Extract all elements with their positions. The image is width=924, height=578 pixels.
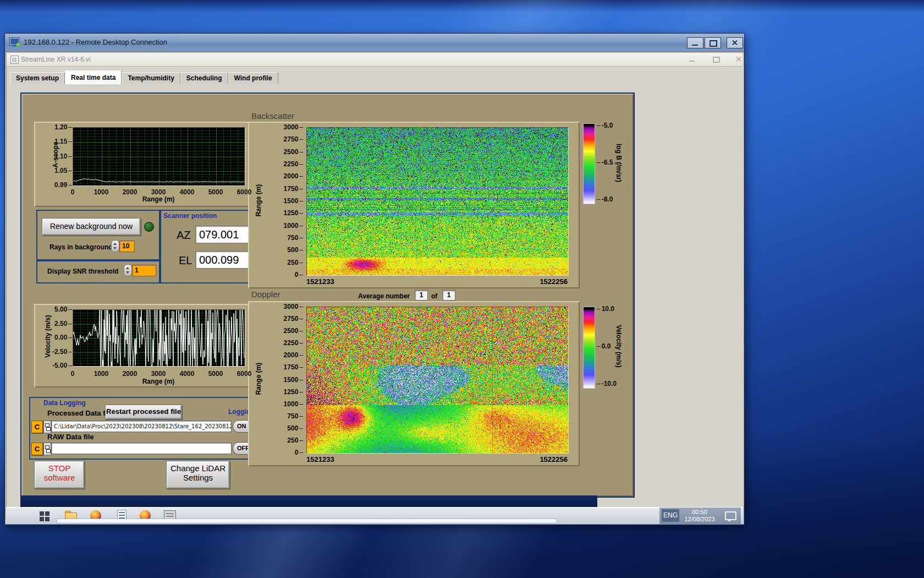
tick-label: 1.20: [46, 123, 72, 131]
language-indicator[interactable]: ENG: [662, 509, 679, 522]
tick-label: 1.05: [46, 167, 72, 175]
processed-drive-box[interactable]: C: [31, 421, 43, 433]
tick-label: 5000: [204, 370, 228, 378]
ascope-plot: [73, 127, 245, 186]
tick-label: 1000: [89, 370, 113, 378]
tick-label: 5000: [204, 188, 228, 196]
data-logging-box: Data Logging Processed Data file Restart…: [29, 397, 263, 460]
tick-label: 500: [276, 424, 303, 432]
backscatter-ylabel: Range (m): [255, 162, 262, 239]
tick-label: 0: [61, 188, 85, 196]
rays-label: Rays in background: [50, 243, 113, 251]
backscatter-xtick-right: 1522256: [513, 277, 568, 286]
tick-label: 750: [276, 412, 303, 420]
el-label: EL: [179, 254, 192, 267]
off-label: OFF: [237, 445, 249, 451]
tab-temp-humidity[interactable]: Temp/humidity: [122, 72, 180, 84]
clock-date: 12/08/2023: [681, 516, 718, 523]
tick-label: 2750: [276, 315, 303, 323]
raw-drive-box[interactable]: C: [31, 443, 43, 455]
processed-path-field[interactable]: C:\Lidar\Data\Proc\2023\202308\20230812\…: [51, 421, 232, 432]
processed-browse-icon[interactable]: [43, 421, 51, 433]
doppler-xtick-left: 1521233: [306, 455, 334, 464]
tick-label: 6000: [232, 188, 256, 196]
renew-background-button[interactable]: Renew background now: [42, 218, 141, 236]
rdp-titlebar[interactable]: 192.168.0.122 - Remote Desktop Connectio…: [5, 34, 744, 52]
stop-line2: software: [35, 473, 84, 482]
tick-label: 250: [276, 437, 303, 444]
tab-real-time-data[interactable]: Real time data: [65, 70, 122, 84]
backscatter-plot: [306, 127, 569, 276]
tab-wind-profile[interactable]: Wind profile: [228, 72, 278, 84]
taskbar-toolbar-strip[interactable]: [57, 519, 557, 524]
tick-label: 0: [276, 271, 303, 279]
tick-label: 3000: [276, 303, 303, 310]
app-minimize-button[interactable]: [685, 56, 700, 63]
rays-spinner[interactable]: [111, 240, 119, 252]
az-field[interactable]: 079.001: [195, 226, 254, 243]
tick-label: -5.0: [597, 122, 613, 129]
tick-label: 1000: [89, 188, 113, 196]
data-logging-title: Data Logging: [43, 399, 86, 407]
az-label: AZ: [177, 229, 191, 242]
average-number-field[interactable]: 1: [415, 290, 428, 301]
app-close-button[interactable]: [732, 56, 746, 63]
tick-label: 10.0: [597, 305, 614, 313]
rays-value[interactable]: 10: [119, 241, 135, 252]
tick-label: 1000: [276, 222, 303, 230]
tick-label: 2000: [118, 188, 142, 196]
start-button[interactable]: [38, 509, 51, 522]
tick-label: -10.0: [597, 380, 617, 388]
raw-browse-icon[interactable]: [43, 443, 51, 455]
notification-icon[interactable]: [725, 511, 736, 520]
velocity-xlabel: Range (m): [136, 378, 180, 385]
scanner-position-title: Scanner position: [163, 212, 217, 220]
tab-system-setup[interactable]: System setup: [10, 72, 65, 84]
tick-label: 4000: [175, 370, 199, 378]
app-maximize-button[interactable]: [708, 56, 723, 63]
app-window: StreamLine XR v14-6.vi System setup Real…: [6, 52, 744, 508]
app-window-title: StreamLine XR v14-6.vi: [21, 53, 91, 66]
tick-label: 0: [276, 449, 303, 456]
tick-label: 3000: [276, 123, 303, 131]
app-titlebar[interactable]: StreamLine XR v14-6.vi: [7, 53, 743, 67]
snr-spinner[interactable]: [124, 264, 132, 276]
minimize-button[interactable]: [687, 37, 703, 48]
doppler-xtick-right: 1522256: [513, 455, 568, 464]
tick-label: 2500: [276, 327, 303, 335]
restart-processed-button[interactable]: Restart processed file: [105, 405, 182, 419]
tick-label: 3000: [146, 188, 170, 196]
tick-label: 1250: [276, 388, 303, 396]
rdp-window: 192.168.0.122 - Remote Desktop Connectio…: [4, 33, 745, 525]
tick-label: 4000: [175, 188, 199, 196]
tick-label: -6.5: [597, 159, 613, 166]
average-total-field[interactable]: 1: [442, 290, 455, 301]
backscatter-xtick-left: 1521233: [306, 277, 334, 286]
tab-strip: System setup Real time data Temp/humidit…: [10, 70, 278, 84]
rdp-window-title: 192.168.0.122 - Remote Desktop Connectio…: [24, 34, 167, 51]
raw-file-label: RAW Data file: [47, 433, 94, 441]
tick-label: 2250: [276, 339, 303, 347]
tick-label: 1500: [276, 376, 303, 384]
raw-path-field[interactable]: [51, 443, 232, 454]
doppler-colorbar-label: Velocity (m/s): [615, 308, 623, 385]
tick-label: 2000: [276, 172, 303, 180]
stop-software-button[interactable]: STOP software: [34, 461, 85, 489]
tick-label: 6000: [232, 370, 256, 378]
rdp-icon: [10, 38, 20, 47]
change-line2: Settings: [167, 473, 229, 482]
change-lidar-settings-button[interactable]: Change LiDAR Settings: [166, 461, 230, 489]
tick-label: 2500: [276, 148, 303, 156]
close-button[interactable]: [727, 37, 743, 48]
tab-scheduling[interactable]: Scheduling: [180, 72, 228, 84]
snr-label: Display SNR threshold: [47, 268, 118, 275]
backscatter-title: Backscatter: [251, 111, 294, 121]
taskbar-clock[interactable]: 00:50 12/08/2023: [681, 509, 718, 523]
tick-label: 750: [276, 234, 303, 242]
el-field[interactable]: 000.099: [195, 251, 254, 269]
snr-value[interactable]: 1: [132, 265, 156, 276]
clock-time: 00:50: [681, 509, 718, 516]
tick-label: 1.15: [46, 138, 72, 145]
tick-label: 1750: [276, 363, 303, 371]
maximize-button[interactable]: [705, 37, 721, 48]
